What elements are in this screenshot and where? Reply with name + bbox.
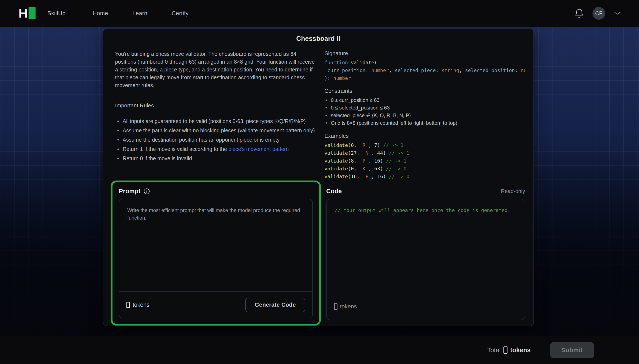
constraints-list: 0 ≤ curr_position ≤ 63 0 ≤ selected_posi… (324, 96, 525, 127)
constraints-heading: Constraints (324, 88, 525, 94)
constraint-item: Grid is 8×8 (positions counted left to r… (324, 119, 525, 127)
code-editor-footer: 0 tokens (327, 293, 524, 320)
prompt-panel: Prompt 0 tokens Generate Code (111, 180, 321, 326)
submit-button[interactable]: Submit (550, 342, 594, 358)
code-title: Code (326, 188, 342, 195)
token-digit: 0 (504, 346, 508, 354)
total-token-count: Total 0 tokens (487, 346, 530, 354)
prompt-editor: 0 tokens Generate Code (119, 199, 313, 318)
prompt-token-count: 0 tokens (126, 302, 150, 308)
prompt-input[interactable] (119, 199, 312, 291)
code-editor: // Your output will appears here once th… (326, 199, 525, 320)
examples-code: validate(0, 'R', 7) // -> 1 validate(27,… (324, 142, 525, 180)
constraint-item: 0 ≤ selected_position ≤ 63 (324, 104, 525, 112)
workspace-panels: Prompt 0 tokens Generate Code (111, 180, 526, 326)
rules-heading: Important Rules (115, 102, 316, 109)
rule-item: Return 0 if the move is invalid (115, 154, 316, 162)
challenge-columns: You're building a chess move validator. … (112, 50, 525, 180)
example-line: validate(8, 'P', 16) // -> 1 (324, 157, 525, 165)
constraint-item: selected_piece ∈ {K, Q, R, B, N, P} (324, 112, 525, 119)
generate-code-button[interactable]: Generate Code (245, 298, 305, 312)
example-line: validate(0, 'K', 63) // -> 0 (324, 165, 525, 173)
problem-description: You're building a chess move validator. … (115, 50, 316, 89)
example-line: validate(27, 'N', 44) // -> 1 (324, 149, 525, 157)
constraint-item: 0 ≤ curr_position ≤ 63 (324, 96, 525, 104)
token-label: tokens (132, 302, 150, 308)
readonly-badge: Read-only (501, 188, 525, 194)
notifications-bell-icon[interactable] (575, 8, 584, 18)
token-label: tokens (340, 303, 357, 310)
prompt-editor-footer: 0 tokens Generate Code (119, 291, 312, 318)
example-line: validate(16, 'P', 16) // -> 0 (324, 173, 525, 180)
prompt-panel-header: Prompt (119, 188, 313, 195)
logo-letter: H (18, 7, 27, 20)
info-icon[interactable] (144, 188, 150, 194)
top-nav: H SkillUp Home Learn Certify CF (0, 0, 639, 27)
code-panel: Code Read-only // Your output will appea… (324, 180, 526, 326)
examples-heading: Examples (324, 133, 525, 139)
challenge-title: Chessboard II (112, 35, 525, 42)
code-token-count: 0 tokens (334, 303, 357, 310)
nav-item-home[interactable]: Home (92, 10, 108, 17)
token-digit: 0 (126, 302, 130, 308)
code-output: // Your output will appears here once th… (327, 199, 524, 293)
brand-skillup[interactable]: SkillUp (47, 10, 66, 17)
user-avatar[interactable]: CF (592, 7, 605, 20)
rule-item: Assume the destination position has an o… (115, 136, 316, 144)
movement-pattern-link[interactable]: piece's movement pattern (228, 146, 289, 152)
code-panel-header: Code Read-only (326, 188, 525, 195)
example-line: validate(0, 'R', 7) // -> 1 (324, 142, 525, 149)
spec-column: Signature function validate( curr_positi… (324, 50, 525, 180)
prompt-title: Prompt (119, 188, 140, 195)
rules-list: All inputs are guaranteed to be valid (p… (115, 117, 316, 162)
nav-item-certify[interactable]: Certify (172, 10, 188, 17)
challenge-card: Chessboard II You're building a chess mo… (103, 28, 534, 326)
nav-right: CF (575, 7, 620, 20)
token-label: tokens (510, 346, 531, 354)
nav-item-learn[interactable]: Learn (132, 10, 148, 17)
logo-green-block-icon (28, 8, 36, 19)
signature-code: function validate( curr_position: number… (324, 59, 525, 82)
hackerrank-logo[interactable]: H (18, 7, 36, 20)
chevron-down-icon[interactable] (614, 12, 620, 15)
problem-statement: You're building a chess move validator. … (112, 50, 316, 180)
rule-item: All inputs are guaranteed to be valid (p… (115, 117, 316, 125)
rule-item: Return 1 if the move is valid according … (115, 145, 316, 153)
bottom-bar: Total 0 tokens Submit (0, 336, 639, 364)
nav-links: Home Learn Certify (92, 10, 188, 17)
total-label: Total (487, 346, 500, 354)
rule-item: Assume the path is clear with no blockin… (115, 126, 316, 134)
signature-heading: Signature (324, 50, 525, 57)
token-digit: 0 (334, 303, 338, 310)
